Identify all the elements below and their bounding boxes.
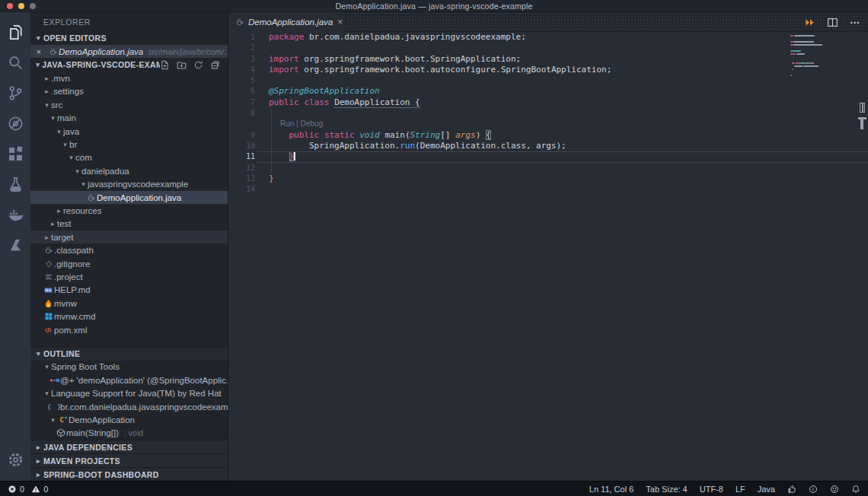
outline-item-demoapplication[interactable]: ▾CDemoApplication: [30, 413, 228, 426]
sidebar-item-extensions[interactable]: [0, 138, 30, 169]
outline-item-language-support-for-java-tm-by-red-hat[interactable]: ▾Language Support for Java(TM) by Red Ha…: [30, 386, 228, 399]
code-editor[interactable]: 1package br.com.danielpadua.javaspringvs…: [228, 32, 868, 195]
line-number[interactable]: 4: [228, 65, 257, 75]
outline-item-main-string-[interactable]: main(String[]): void: [30, 427, 228, 440]
codelens-run-debug[interactable]: Run | Debug: [280, 119, 323, 129]
tree-item--gitignore[interactable]: .gitignore: [30, 257, 228, 270]
zoom-window-button[interactable]: [30, 3, 36, 9]
encoding[interactable]: UTF-8: [700, 485, 723, 494]
tree-item-demoapplication-java[interactable]: DemoApplication.java: [30, 191, 228, 204]
code-line-6[interactable]: 6@SpringBootApplication: [228, 86, 868, 97]
line-number[interactable]: 14: [228, 184, 257, 195]
thumbs-up-icon[interactable]: [787, 485, 796, 494]
tree-item-pom-xml[interactable]: pom.xml: [30, 323, 228, 336]
code-line-1[interactable]: 1package br.com.danielpadua.javaspringvs…: [228, 32, 868, 43]
line-number[interactable]: 2: [228, 43, 257, 53]
line-number[interactable]: 12: [228, 163, 257, 173]
open-editor-item[interactable]: × DemoApplication.java src/main/java/br/…: [30, 45, 228, 58]
outline-item--demoapplication-springbootapplic-[interactable]: @+ 'demoApplication' (@SpringBootApplic.…: [30, 374, 228, 386]
settings-gear-button[interactable]: [0, 444, 30, 475]
code-line-13[interactable]: 13}: [228, 173, 868, 184]
tree-item-br[interactable]: ▾br: [30, 138, 228, 151]
codelens-row[interactable]: Run | Debug: [228, 119, 868, 129]
outline-item-spring-boot-tools[interactable]: ▾Spring Boot Tools: [30, 361, 228, 374]
eol-sequence[interactable]: LF: [736, 485, 745, 494]
tree-item-com[interactable]: ▾com: [30, 151, 228, 164]
language-mode[interactable]: Java: [758, 485, 775, 494]
collapse-folders-icon[interactable]: [210, 60, 220, 70]
outline-header[interactable]: ▾ OUTLINE: [30, 347, 228, 361]
panel-maven-projects[interactable]: ▸ MAVEN PROJECTS: [30, 453, 228, 467]
close-icon[interactable]: ×: [30, 47, 47, 56]
code-line-3[interactable]: 3import org.springframework.boot.SpringA…: [228, 54, 868, 65]
info-icon[interactable]: [809, 485, 818, 494]
code-line-4[interactable]: 4import org.springframework.boot.autocon…: [228, 65, 868, 75]
errors-indicator[interactable]: 0: [8, 485, 24, 494]
code-line-9[interactable]: 9 public static void main(String[] args)…: [228, 130, 868, 141]
sidebar-item-search[interactable]: [0, 47, 30, 78]
line-number[interactable]: 6: [228, 86, 257, 97]
warnings-indicator[interactable]: 0: [31, 485, 48, 494]
new-folder-icon[interactable]: [177, 60, 187, 70]
code-line-7[interactable]: 7public class DemoApplication {: [228, 97, 868, 108]
bell-icon[interactable]: [851, 485, 860, 494]
close-window-button[interactable]: [7, 3, 13, 9]
split-editor-icon[interactable]: [827, 17, 838, 28]
code-line-11[interactable]: 11 }: [228, 151, 868, 162]
outline-item-br-com-danielpadua-javaspringvscodeexam-[interactable]: { }br.com.danielpadua.javaspringvscodeex…: [30, 400, 228, 413]
cursor-position[interactable]: Ln 11, Col 6: [589, 485, 634, 494]
tree-item--classpath[interactable]: .classpath: [30, 243, 228, 256]
editor-group: DemoApplication.java × ⋯ 1package br.com…: [228, 12, 868, 481]
new-file-icon[interactable]: [160, 60, 170, 70]
tree-item-main[interactable]: ▾main: [30, 112, 228, 125]
tree-item--settings[interactable]: ▸.settings: [30, 85, 228, 98]
sidebar-item-source-control[interactable]: [0, 78, 30, 108]
open-editors-header[interactable]: ▾ OPEN EDITORS: [30, 31, 228, 45]
tree-item-target[interactable]: ▸target: [30, 231, 228, 243]
line-number[interactable]: 1: [228, 32, 257, 43]
tree-item-test[interactable]: ▸test: [30, 218, 228, 231]
line-number[interactable]: 5: [228, 75, 257, 86]
line-number[interactable]: 11: [228, 151, 257, 162]
sidebar-item-testing[interactable]: [0, 169, 30, 199]
tree-item-mvnw[interactable]: mvnw: [30, 297, 228, 310]
code-line-14[interactable]: 14: [228, 184, 868, 195]
code-line-8[interactable]: 8: [228, 108, 868, 119]
tree-item--mvn[interactable]: ▸.mvn: [30, 72, 228, 84]
line-number[interactable]: 10: [228, 141, 257, 151]
sidebar-item-docker[interactable]: [0, 199, 30, 230]
line-number[interactable]: 13: [228, 173, 257, 184]
code-line-5[interactable]: 5: [228, 75, 868, 86]
java-run-icon[interactable]: [804, 17, 815, 28]
line-number[interactable]: 7: [228, 97, 257, 108]
code-line-2[interactable]: 2: [228, 43, 868, 53]
tree-item-resources[interactable]: ▸resources: [30, 204, 228, 217]
line-number[interactable]: 3: [228, 54, 257, 65]
item-label: br: [69, 140, 77, 149]
smiley-icon[interactable]: [830, 485, 839, 494]
tree-item-help-md[interactable]: HELP.md: [30, 284, 228, 297]
tab-size[interactable]: Tab Size: 4: [646, 485, 687, 494]
line-number[interactable]: 8: [228, 108, 257, 119]
tab-demoapplication[interactable]: DemoApplication.java ×: [228, 12, 346, 32]
panel-spring-boot-dashboard[interactable]: ▸ SPRING-BOOT DASHBOARD: [30, 467, 228, 481]
minimize-window-button[interactable]: [18, 3, 24, 9]
code-line-10[interactable]: 10 SpringApplication.run(DemoApplication…: [228, 141, 868, 151]
refresh-icon[interactable]: [193, 60, 203, 70]
sidebar-item-explorer[interactable]: [0, 17, 30, 47]
tree-item-danielpadua[interactable]: ▾danielpadua: [30, 164, 228, 177]
sidebar-item-run-debug[interactable]: [0, 108, 30, 138]
tree-item-java[interactable]: ▾java: [30, 125, 228, 138]
tree-item--project[interactable]: .project: [30, 270, 228, 283]
close-icon[interactable]: ×: [337, 17, 343, 27]
code-line-12[interactable]: 12: [228, 163, 868, 173]
panel-java-dependencies[interactable]: ▸ JAVA DEPENDENCIES: [30, 440, 228, 453]
more-actions-icon[interactable]: ⋯: [850, 17, 860, 28]
project-root-header[interactable]: ▾ JAVA-SPRING-VSCODE-EXAMPLE: [30, 58, 228, 72]
tree-item-src[interactable]: ▾src: [30, 98, 228, 111]
tree-item-mvnw-cmd[interactable]: mvnw.cmd: [30, 310, 228, 323]
tree-item-javaspringvscodeexample[interactable]: ▾javaspringvscodeexample: [30, 178, 228, 191]
minimap[interactable]: [790, 35, 857, 81]
line-number[interactable]: 9: [228, 130, 257, 141]
sidebar-item-azure[interactable]: [0, 230, 30, 260]
